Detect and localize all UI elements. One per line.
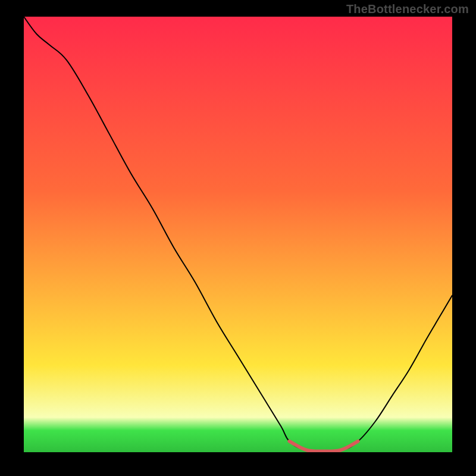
watermark-text: TheBottlenecker.com xyxy=(346,2,469,16)
gradient-background xyxy=(24,17,452,452)
plot-area xyxy=(24,17,452,452)
bottleneck-chart-svg xyxy=(24,17,452,452)
chart-frame: TheBottlenecker.com xyxy=(0,0,476,476)
